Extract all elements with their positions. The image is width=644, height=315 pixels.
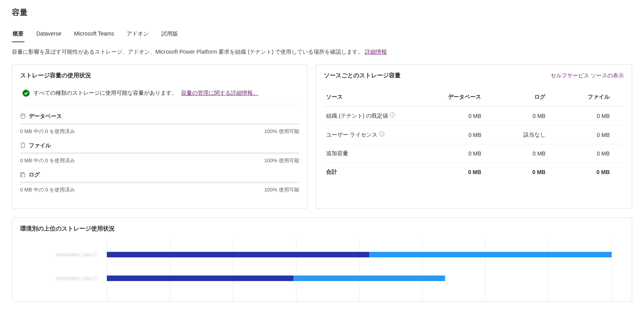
usage-file-bar bbox=[20, 152, 299, 154]
row-label: ユーザー ライセンス i bbox=[326, 131, 429, 139]
env-chart: TestSandbox_Sep-17TestSandbox_Sep-17 bbox=[20, 238, 624, 301]
status-line: すべての種類のストレージに使用可能な容量があります。 容量の管理に関する詳細情報… bbox=[20, 88, 299, 104]
description: 容量に影響を及ぼす可能性があるストレージ、アドオン、Microsoft Powe… bbox=[12, 49, 632, 56]
description-link[interactable]: 詳細情報 bbox=[365, 49, 387, 55]
svg-point-0 bbox=[21, 114, 25, 115]
top-storage-by-env-card: 環境別の上位のストレージ使用状況 TestSandbox_Sep-17TestS… bbox=[12, 218, 632, 302]
col-log: ログ bbox=[493, 94, 557, 101]
row-log: 0 MB bbox=[493, 113, 557, 119]
database-icon bbox=[20, 113, 26, 120]
row-log: 該当なし bbox=[493, 131, 557, 139]
svg-rect-21 bbox=[294, 276, 445, 281]
self-service-link[interactable]: セルフサービス ソースの表示 bbox=[551, 72, 624, 79]
row-file: 0 MB bbox=[557, 113, 622, 119]
usage-log-label: ログ bbox=[29, 171, 40, 178]
file-icon bbox=[20, 142, 26, 149]
source-table: ソース データベース ログ ファイル 組織 (テナント) の既定値 i 0 MB… bbox=[324, 88, 624, 181]
usage-log-used: 0 MB 中の 0 を使用済み bbox=[20, 186, 75, 193]
usage-file: ファイル 0 MB 中の 0 を使用済み 100% 使用可能 bbox=[20, 142, 299, 164]
check-circle-icon bbox=[22, 90, 30, 97]
row-db: 0 MB bbox=[429, 113, 493, 119]
storage-usage-title: ストレージ容量の使用状況 bbox=[20, 72, 91, 79]
row-log: 0 MB bbox=[493, 150, 557, 157]
storage-by-source-title: ソースごとのストレージ容量 bbox=[324, 72, 401, 79]
usage-database: データベース 0 MB 中の 0 を使用済み 100% 使用可能 bbox=[20, 113, 299, 135]
total-file: 0 MB bbox=[557, 169, 622, 175]
row-label: 追加容量 bbox=[326, 150, 429, 157]
svg-text:i: i bbox=[381, 132, 382, 136]
col-file: ファイル bbox=[557, 94, 622, 101]
col-db: データベース bbox=[429, 94, 493, 101]
total-label: 合計 bbox=[326, 169, 429, 176]
col-source: ソース bbox=[326, 94, 429, 101]
usage-file-used: 0 MB 中の 0 を使用済み bbox=[20, 157, 75, 164]
row-file: 0 MB bbox=[557, 132, 622, 138]
tab-teams[interactable]: Microsoft Teams bbox=[73, 27, 115, 42]
usage-database-used: 0 MB 中の 0 を使用済み bbox=[20, 128, 75, 135]
row-file: 0 MB bbox=[557, 150, 622, 157]
row-db: 0 MB bbox=[429, 132, 493, 138]
row-label-text: ユーザー ライセンス bbox=[326, 131, 377, 138]
info-icon[interactable]: i bbox=[390, 112, 395, 118]
status-text: すべての種類のストレージに使用可能な容量があります。 bbox=[34, 90, 177, 97]
svg-rect-20 bbox=[107, 276, 294, 281]
log-icon bbox=[20, 172, 26, 178]
table-row: 組織 (テナント) の既定値 i 0 MB 0 MB 0 MB bbox=[324, 107, 624, 126]
description-text: 容量に影響を及ぼす可能性があるストレージ、アドオン、Microsoft Powe… bbox=[12, 49, 363, 55]
usage-file-avail: 100% 使用可能 bbox=[264, 157, 299, 164]
env-card-title: 環境別の上位のストレージ使用状況 bbox=[20, 225, 624, 232]
total-log: 0 MB bbox=[493, 169, 557, 175]
row-label-text: 組織 (テナント) の既定値 bbox=[326, 112, 388, 119]
usage-file-label: ファイル bbox=[29, 142, 51, 149]
usage-database-bar bbox=[20, 123, 299, 125]
svg-rect-2 bbox=[22, 173, 25, 177]
usage-log: ログ 0 MB 中の 0 を使用済み 100% 使用可能 bbox=[20, 171, 299, 193]
storage-by-source-card: ソースごとのストレージ容量 セルフサービス ソースの表示 ソース データベース … bbox=[315, 64, 632, 209]
table-row: 追加容量 0 MB 0 MB 0 MB bbox=[324, 144, 624, 163]
usage-log-bar bbox=[20, 182, 299, 183]
tab-overview[interactable]: 概要 bbox=[12, 27, 24, 42]
row-label: 組織 (テナント) の既定値 i bbox=[326, 112, 429, 120]
usage-log-avail: 100% 使用可能 bbox=[264, 186, 299, 193]
tab-addon[interactable]: アドオン bbox=[126, 27, 149, 42]
table-row: ユーザー ライセンス i 0 MB 該当なし 0 MB bbox=[324, 126, 624, 144]
manage-capacity-link[interactable]: 容量の管理に関する詳細情報。 bbox=[181, 90, 258, 97]
usage-database-avail: 100% 使用可能 bbox=[264, 128, 299, 135]
storage-usage-card: ストレージ容量の使用状況 すべての種類のストレージに使用可能な容量があります。 … bbox=[12, 64, 308, 209]
svg-rect-18 bbox=[370, 252, 612, 257]
svg-text:TestSandbox_Sep-17: TestSandbox_Sep-17 bbox=[56, 252, 97, 257]
table-row-total: 合計 0 MB 0 MB 0 MB bbox=[324, 163, 624, 181]
usage-database-label: データベース bbox=[29, 113, 62, 120]
tab-trial[interactable]: 試用版 bbox=[161, 27, 179, 42]
svg-text:TestSandbox_Sep-17: TestSandbox_Sep-17 bbox=[56, 276, 97, 281]
svg-rect-17 bbox=[107, 252, 370, 257]
row-db: 0 MB bbox=[429, 150, 493, 157]
svg-text:i: i bbox=[392, 113, 393, 117]
page-title: 容量 bbox=[12, 7, 632, 18]
total-db: 0 MB bbox=[429, 169, 493, 175]
tab-dataverse[interactable]: Dataverse bbox=[35, 27, 62, 42]
info-icon[interactable]: i bbox=[379, 131, 385, 137]
tabs: 概要 Dataverse Microsoft Teams アドオン 試用版 bbox=[12, 27, 632, 42]
table-header: ソース データベース ログ ファイル bbox=[324, 88, 624, 107]
